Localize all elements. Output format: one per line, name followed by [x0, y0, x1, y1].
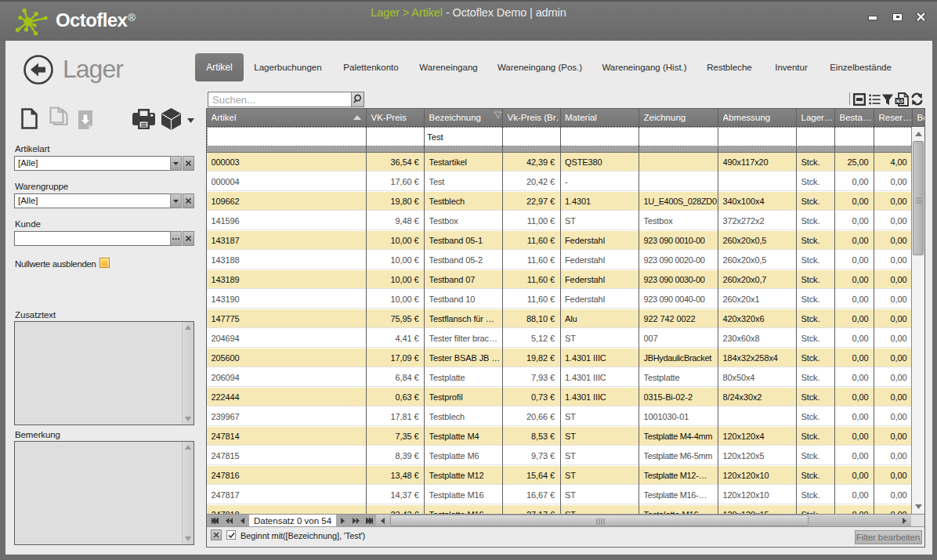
svg-text:XLS: XLS — [895, 99, 903, 103]
